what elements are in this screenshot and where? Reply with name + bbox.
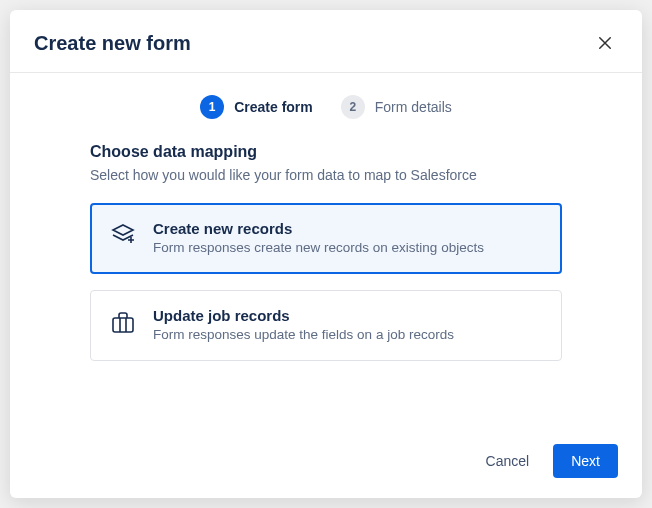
- option-update-job-records[interactable]: Update job records Form responses update…: [90, 290, 562, 361]
- option-desc: Form responses create new records on exi…: [153, 239, 543, 257]
- modal-header: Create new form: [10, 10, 642, 73]
- modal-content: Choose data mapping Select how you would…: [10, 143, 642, 426]
- modal-title: Create new form: [34, 32, 191, 55]
- step-label: Form details: [375, 99, 452, 115]
- stepper: 1 Create form 2 Form details: [10, 73, 642, 143]
- briefcase-icon: [109, 309, 137, 337]
- close-button[interactable]: [592, 30, 618, 56]
- step-create-form[interactable]: 1 Create form: [200, 95, 313, 119]
- create-form-modal: Create new form 1 Create form 2 Form det…: [10, 10, 642, 498]
- step-number: 2: [341, 95, 365, 119]
- layers-plus-icon: [109, 222, 137, 250]
- step-form-details[interactable]: 2 Form details: [341, 95, 452, 119]
- svg-rect-0: [113, 318, 133, 332]
- option-desc: Form responses update the fields on a jo…: [153, 326, 543, 344]
- step-number: 1: [200, 95, 224, 119]
- close-icon: [596, 34, 614, 52]
- section-title: Choose data mapping: [90, 143, 562, 161]
- option-title: Create new records: [153, 220, 543, 237]
- modal-footer: Cancel Next: [10, 426, 642, 498]
- section-subtitle: Select how you would like your form data…: [90, 167, 562, 183]
- cancel-button[interactable]: Cancel: [476, 445, 540, 477]
- option-title: Update job records: [153, 307, 543, 324]
- step-label: Create form: [234, 99, 313, 115]
- option-create-new-records[interactable]: Create new records Form responses create…: [90, 203, 562, 274]
- next-button[interactable]: Next: [553, 444, 618, 478]
